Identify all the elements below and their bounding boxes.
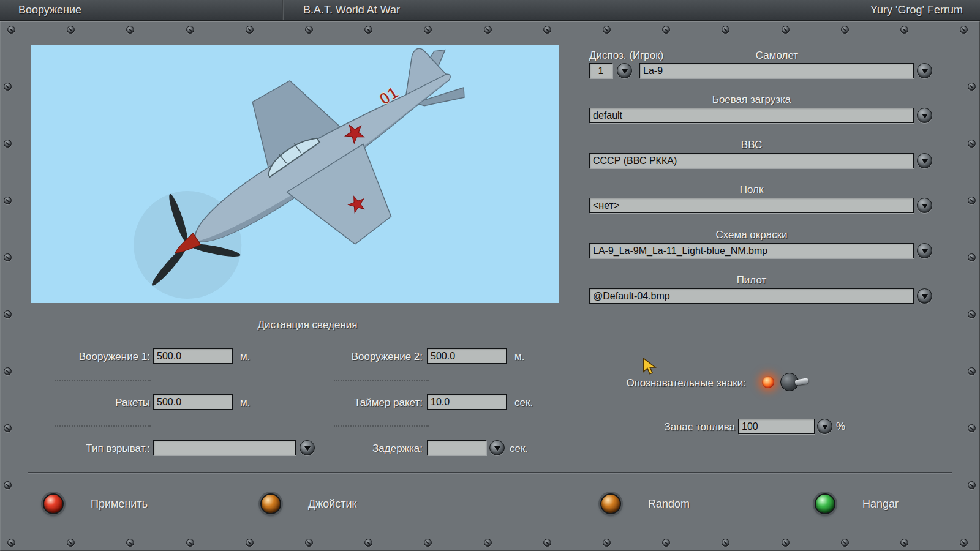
screw-icon xyxy=(4,310,12,318)
rockets-unit: м. xyxy=(240,397,250,409)
rocket-timer-unit: сек. xyxy=(514,397,533,409)
skin-field[interactable] xyxy=(589,243,914,258)
page-title: Вооружение xyxy=(18,4,81,17)
dropdown-arrow-icon xyxy=(494,446,500,451)
weapon2-label: Вооружение 2: xyxy=(334,351,423,363)
dropdown-arrow-icon xyxy=(922,204,928,209)
skin-dropdown-button[interactable] xyxy=(917,243,932,258)
regiment-field[interactable] xyxy=(589,198,914,213)
screw-icon xyxy=(424,539,432,547)
markings-label: Опознавательные знаки: xyxy=(588,377,746,389)
regiment-label: Полк xyxy=(589,184,914,196)
fuel-input[interactable] xyxy=(738,419,815,434)
hangar-button-label: Hangar xyxy=(862,498,899,511)
screw-icon xyxy=(4,367,12,375)
screw-icon xyxy=(67,26,75,34)
mouse-cursor-icon xyxy=(642,358,658,375)
fuel-unit: % xyxy=(836,421,845,433)
screw-icon xyxy=(67,539,75,547)
screw-icon xyxy=(968,424,976,432)
screw-icon xyxy=(126,539,134,547)
joystick-button-label: Джойстик xyxy=(308,498,356,511)
aircraft-preview: 01 xyxy=(31,45,559,302)
screw-icon xyxy=(186,26,194,34)
apply-button[interactable]: Применить xyxy=(43,492,148,516)
screw-icon xyxy=(968,197,976,204)
rockets-input[interactable] xyxy=(153,394,233,410)
screw-icon xyxy=(7,26,15,34)
screw-icon xyxy=(968,140,976,148)
random-button[interactable]: Random xyxy=(600,492,690,516)
screw-icon xyxy=(364,26,372,34)
screw-icon xyxy=(603,26,611,34)
fuel-label: Запас топлива xyxy=(637,421,735,433)
fuel-dropdown-button[interactable] xyxy=(817,419,832,434)
joystick-button[interactable]: Джойстик xyxy=(260,492,356,516)
rocket-timer-input[interactable] xyxy=(427,394,507,410)
screw-icon xyxy=(968,481,976,489)
screw-icon xyxy=(543,26,551,34)
screw-icon xyxy=(7,539,15,547)
loadout-dropdown-button[interactable] xyxy=(917,108,932,123)
row-separator xyxy=(334,425,429,427)
airforce-field[interactable] xyxy=(589,153,914,168)
screw-icon xyxy=(782,539,790,547)
row-separator xyxy=(55,425,151,427)
user-name: Yury 'Grog' Ferrum xyxy=(870,4,963,17)
dropdown-arrow-icon xyxy=(922,69,928,74)
screw-icon xyxy=(246,26,254,34)
pilot-label: Пилот xyxy=(589,274,914,287)
delay-label: Задержка: xyxy=(334,443,423,455)
delay-dropdown-button[interactable] xyxy=(489,440,505,455)
dispos-dropdown-button[interactable] xyxy=(617,63,632,78)
row-separator xyxy=(334,380,429,381)
fuze-type-label: Тип взрыват.: xyxy=(37,443,150,455)
pilot-field[interactable] xyxy=(589,288,914,304)
screw-icon xyxy=(246,539,254,547)
hangar-button[interactable]: Hangar xyxy=(815,492,899,516)
convergence-title: Дистанция сведения xyxy=(154,319,461,331)
dispos-input[interactable] xyxy=(589,63,612,78)
aircraft-image: 01 xyxy=(31,45,559,303)
screw-icon xyxy=(484,539,492,547)
dropdown-arrow-icon xyxy=(304,446,311,451)
loadout-field[interactable] xyxy=(589,108,914,123)
screw-icon xyxy=(484,26,492,34)
indicator-lamp-icon xyxy=(43,493,64,514)
delay-input[interactable] xyxy=(427,440,486,455)
screw-icon xyxy=(960,26,968,34)
fuze-type-input[interactable] xyxy=(153,440,296,455)
aircraft-field[interactable] xyxy=(639,63,914,78)
header-divider xyxy=(282,0,284,20)
screw-icon xyxy=(900,26,908,34)
indicator-lamp-icon xyxy=(600,493,621,514)
screw-icon xyxy=(4,253,12,261)
airforce-dropdown-button[interactable] xyxy=(917,153,932,168)
weapon2-input[interactable] xyxy=(427,348,507,364)
screw-icon xyxy=(900,539,908,547)
weapon1-unit: м. xyxy=(240,351,250,363)
regiment-dropdown-button[interactable] xyxy=(917,198,932,213)
screw-icon xyxy=(841,26,849,34)
loadout-label: Боевая загрузка xyxy=(589,94,914,106)
pilot-dropdown-button[interactable] xyxy=(917,288,932,304)
main-panel: 01 Диспоз. (Игрок) Самолет Боевая загруз… xyxy=(0,20,980,551)
screw-icon xyxy=(4,424,12,432)
screw-icon xyxy=(782,26,790,34)
screw-icon xyxy=(4,481,12,489)
aircraft-dropdown-button[interactable] xyxy=(917,63,932,78)
weapon1-input[interactable] xyxy=(153,348,233,364)
screw-icon xyxy=(126,26,134,34)
dropdown-arrow-icon xyxy=(822,425,828,430)
indicator-lamp-icon xyxy=(815,493,835,514)
app-title: B.A.T. World At War xyxy=(303,4,400,17)
screw-icon xyxy=(424,26,432,34)
screw-icon xyxy=(662,26,670,34)
screw-icon xyxy=(968,83,976,91)
indicator-light-icon xyxy=(762,376,774,388)
indicator-lamp-icon xyxy=(260,493,281,514)
screw-icon xyxy=(722,26,729,34)
markings-toggle[interactable] xyxy=(760,371,810,394)
fuze-type-dropdown-button[interactable] xyxy=(300,440,315,455)
row-separator xyxy=(55,380,151,381)
